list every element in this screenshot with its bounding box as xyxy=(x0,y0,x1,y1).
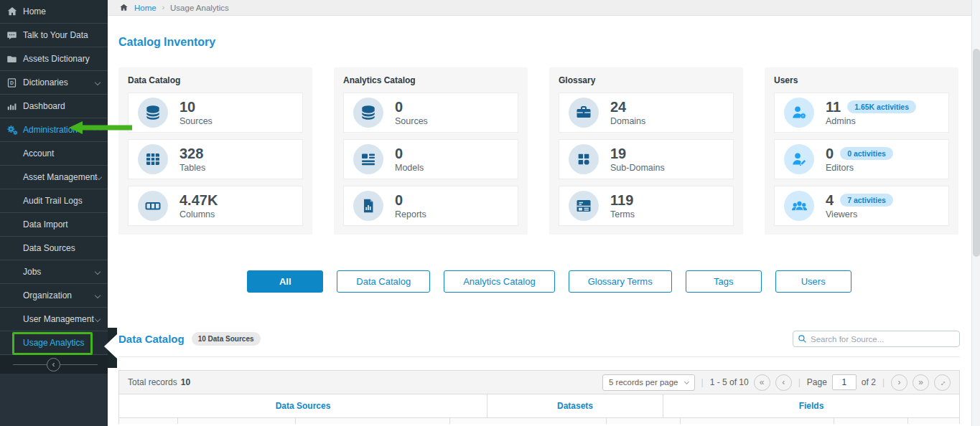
previous-page-button[interactable]: ‹ xyxy=(775,374,792,391)
sidebar-item-audit-trail-logs[interactable]: Audit Trail Logs xyxy=(0,189,108,213)
usage-analytics-page: { "sidebar": { "items": [ { "label": "Ho… xyxy=(0,0,980,426)
terms-icon xyxy=(569,191,599,221)
chevron-down-icon xyxy=(96,174,102,180)
data-catalog-section-header: Data Catalog 10 Data Sources xyxy=(118,331,980,347)
sidebar-item-label: Organization xyxy=(23,290,95,300)
table-header-row: Data Sources Datasets Fields xyxy=(119,394,959,418)
table-toolbar: Total records 10 5 records per page | 1 … xyxy=(119,371,959,394)
records-per-page-select[interactable]: 5 records per page xyxy=(602,374,695,391)
stat-label: Tables xyxy=(179,163,205,173)
expand-table-button[interactable]: ↔ xyxy=(934,374,951,391)
sidebar-item-label: Data Sources xyxy=(23,243,102,253)
sidebar-item-asset-management[interactable]: Asset Management xyxy=(0,166,108,189)
database-icon xyxy=(353,98,383,128)
stat-row-sub-domains: 19Sub-Domains xyxy=(559,139,734,179)
briefcase-icon xyxy=(569,98,599,128)
subdomains-icon xyxy=(569,144,599,174)
stat-label: Domains xyxy=(610,116,645,126)
sidebar-item-data-import[interactable]: Data Import xyxy=(0,213,108,237)
sidebar-item-data-sources[interactable]: Data Sources xyxy=(0,237,108,260)
card-analytics-catalog: Analytics Catalog 0Sources 0Models xyxy=(334,67,528,235)
records-per-page-value: 5 records per page xyxy=(609,378,678,387)
total-records-label: Total records xyxy=(128,377,177,387)
filter-button-group: All Data Catalog Analytics Catalog Gloss… xyxy=(118,270,980,293)
activities-badge: 7 activities xyxy=(840,194,893,207)
column-header-data-sources: Data Sources xyxy=(119,394,487,417)
card-glossary: Glossary 24Domains 19Sub-Domains xyxy=(549,67,743,235)
filter-button-data-catalog[interactable]: Data Catalog xyxy=(337,270,430,293)
svg-text:D: D xyxy=(10,80,14,85)
sidebar-item-label: Asset Management xyxy=(23,172,97,182)
sidebar-item-talk-to-your-data[interactable]: Talk to Your Data xyxy=(0,24,108,47)
filter-button-glossary-terms[interactable]: Glossary Terms xyxy=(569,270,672,293)
stat-row-viewers: 4 7 activities Viewers xyxy=(774,186,949,226)
vertical-scrollbar[interactable] xyxy=(971,0,980,426)
chevron-down-icon xyxy=(95,269,101,275)
filter-button-tags[interactable]: Tags xyxy=(686,270,762,293)
column-header-fields: Fields xyxy=(663,394,959,417)
stat-row-tables: 328Tables xyxy=(128,139,303,179)
folder-icon xyxy=(6,52,23,65)
page-range-label: 1 - 5 of 10 xyxy=(710,377,749,387)
page-title: Catalog Inventory xyxy=(118,36,980,49)
sidebar-item-jobs[interactable]: Jobs xyxy=(0,260,108,284)
column-header-datasets: Datasets xyxy=(487,394,663,417)
sidebar-item-label: Dashboard xyxy=(23,101,102,111)
report-icon xyxy=(353,191,383,221)
active-item-pointer-icon xyxy=(104,334,117,359)
viewers-icon xyxy=(784,191,814,221)
sidebar-item-label: Assets Dictionary xyxy=(23,54,102,64)
next-page-button[interactable]: › xyxy=(891,374,907,391)
card-users: Users 11 1.65K activities Admins xyxy=(765,67,958,235)
stat-value: 328 xyxy=(179,146,205,161)
stat-row-sources: 0Sources xyxy=(343,93,518,133)
page-number-input[interactable] xyxy=(832,374,857,390)
stat-row-columns: 4.47KColumns xyxy=(128,186,303,226)
breadcrumb-home-icon[interactable] xyxy=(119,3,129,12)
filter-button-analytics-catalog[interactable]: Analytics Catalog xyxy=(444,270,554,293)
card-title: Data Catalog xyxy=(128,75,303,85)
stat-row-terms: 119Terms xyxy=(559,186,734,226)
sidebar-item-home[interactable]: Home xyxy=(0,0,108,24)
breadcrumb-home-link[interactable]: Home xyxy=(134,4,157,12)
sidebar-item-dashboard[interactable]: Dashboard xyxy=(0,95,108,118)
activities-badge: 1.65K activities xyxy=(847,100,916,113)
first-page-button[interactable]: « xyxy=(754,374,770,391)
stat-value: 11 xyxy=(826,99,841,115)
table-icon xyxy=(138,144,168,174)
columns-icon xyxy=(138,191,168,221)
sidebar-item-account[interactable]: Account xyxy=(0,142,108,166)
stat-row-admins: 11 1.65K activities Admins xyxy=(774,93,949,133)
editor-user-icon xyxy=(784,144,814,174)
sidebar-item-label: Talk to Your Data xyxy=(23,30,102,40)
scrollbar-thumb[interactable] xyxy=(973,49,980,257)
stat-row-sources: 10Sources xyxy=(128,93,303,133)
total-records-value: 10 xyxy=(181,377,190,387)
chevron-down-icon xyxy=(95,316,101,322)
sidebar-item-user-management[interactable]: User Management xyxy=(0,308,108,331)
stat-value: 24 xyxy=(610,99,645,115)
sidebar-collapse-strip: ‹ xyxy=(0,355,108,374)
expand-icon: ↔ xyxy=(937,377,948,388)
section-title: Data Catalog xyxy=(118,333,185,345)
source-search-box[interactable] xyxy=(793,331,960,347)
search-input[interactable] xyxy=(811,335,955,344)
last-page-button[interactable]: » xyxy=(913,374,929,391)
page-body: Catalog Inventory Data Catalog 10Sources… xyxy=(108,36,980,424)
sidebar-item-label: Dictionaries xyxy=(23,77,95,87)
sidebar-item-organization[interactable]: Organization xyxy=(0,284,108,308)
chevron-down-icon xyxy=(95,80,101,85)
stat-label: Admins xyxy=(826,116,916,126)
card-data-catalog: Data Catalog 10Sources 328Tables xyxy=(118,67,312,235)
filter-button-users[interactable]: Users xyxy=(775,270,851,293)
stat-value: 10 xyxy=(179,99,213,115)
sidebar-item-label: Account xyxy=(23,148,102,158)
sidebar-item-assets-dictionary[interactable]: Assets Dictionary xyxy=(0,47,108,71)
filter-button-all[interactable]: All xyxy=(247,270,323,293)
sidebar-collapse-button[interactable]: ‹ xyxy=(47,358,60,371)
activities-badge: 0 activities xyxy=(840,147,893,160)
stat-value: 4 xyxy=(826,192,834,208)
admin-user-icon xyxy=(784,98,814,128)
sidebar-item-dictionaries[interactable]: D Dictionaries xyxy=(0,71,108,95)
chat-icon xyxy=(6,29,23,42)
